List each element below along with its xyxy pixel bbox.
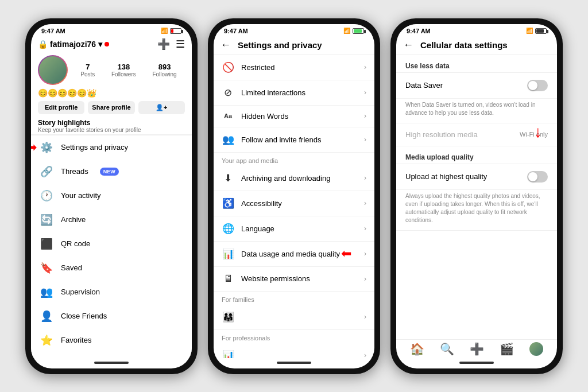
bottom-nav-3: 🏠 🔍 ➕ 🎬 bbox=[396, 339, 557, 358]
hidden-words-label: Hidden Words bbox=[241, 112, 357, 121]
settings-language[interactable]: 🌐 Language › bbox=[214, 216, 374, 242]
reels-nav-icon[interactable]: 🎬 bbox=[500, 342, 514, 356]
chevron-hidden: › bbox=[364, 112, 366, 120]
home-nav-icon[interactable]: 🏠 bbox=[410, 342, 424, 356]
status-bar-3: 9:47 AM 📶 bbox=[396, 24, 557, 36]
add-nav-icon[interactable]: ➕ bbox=[470, 342, 484, 356]
settings-limited[interactable]: ⊘ Limited interactions › bbox=[214, 80, 374, 106]
close-friends-icon: 👤 bbox=[40, 310, 53, 323]
status-bar-2: 9:47 AM 📶 bbox=[214, 24, 374, 36]
menu-saved[interactable]: 🔖 Saved bbox=[31, 256, 192, 280]
settings-list: 🚫 Restricted › ⊘ Limited interactions › … bbox=[214, 55, 374, 358]
status-icons-1: 📶 bbox=[161, 28, 181, 34]
data-usage-label: Data usage and media quality bbox=[241, 250, 357, 258]
media-upload-header: Media upload quality bbox=[396, 146, 557, 164]
supervision-label: Supervision bbox=[61, 288, 100, 296]
settings-follow[interactable]: 👥 Follow and invite friends › bbox=[214, 127, 374, 153]
menu-supervision[interactable]: 👥 Supervision bbox=[31, 280, 192, 304]
search-nav-icon[interactable]: 🔍 bbox=[440, 342, 454, 356]
back-button-3[interactable]: ← bbox=[403, 39, 413, 51]
website-icon: 🖥 bbox=[222, 273, 234, 285]
data-usage-icon: 📊 bbox=[222, 248, 234, 260]
qr-label: QR code bbox=[61, 239, 90, 248]
menu-qr[interactable]: ⬛ QR code bbox=[31, 232, 192, 256]
restricted-label: Restricted bbox=[241, 63, 357, 72]
toggle-knob-upload bbox=[528, 172, 537, 181]
settings-hidden-words[interactable]: Aa Hidden Words › bbox=[214, 106, 374, 127]
settings-account-tools[interactable]: 📊 › bbox=[214, 343, 374, 358]
profile-nav-avatar[interactable] bbox=[529, 342, 543, 356]
posts-label: Posts bbox=[80, 71, 95, 77]
supervision-icon: 👥 bbox=[40, 286, 53, 298]
supervision2-icon: 👨‍👩‍👧 bbox=[222, 311, 234, 323]
add-friend-button[interactable]: 👤+ bbox=[138, 101, 185, 114]
upload-quality-row: Upload at highest quality bbox=[396, 164, 557, 190]
time-3: 9:47 AM bbox=[407, 28, 431, 34]
accessibility-label: Accessibility bbox=[241, 199, 357, 208]
profile-buttons: Edit profile Share profile 👤+ bbox=[31, 99, 192, 117]
menu-settings[interactable]: ➡ ⚙️ Settings and privacy bbox=[31, 135, 192, 160]
settings-archiving[interactable]: ⬇ Archiving and downloading › bbox=[214, 166, 374, 191]
edit-profile-button[interactable]: Edit profile bbox=[38, 101, 84, 114]
battery-icon bbox=[170, 28, 181, 34]
wifi-icon: 📶 bbox=[161, 28, 168, 34]
followers-stat[interactable]: 138 Followers bbox=[111, 63, 136, 77]
limited-icon: ⊘ bbox=[222, 87, 234, 99]
language-label: Language bbox=[241, 224, 357, 233]
story-highlights: Story highlights Keep your favorite stor… bbox=[31, 117, 192, 135]
dropdown-icon[interactable]: ▾ bbox=[98, 40, 102, 49]
settings-header: ← Settings and privacy bbox=[214, 36, 374, 55]
settings-website[interactable]: 🖥 Website permissions › bbox=[214, 267, 374, 292]
section-families: For families bbox=[214, 292, 374, 305]
menu-threads[interactable]: 🔗 Threads NEW bbox=[31, 160, 192, 184]
bottom-bar-2 bbox=[214, 358, 374, 368]
profile-header: 🔒 fatimajozi76 ▾ ➕ ☰ bbox=[31, 36, 192, 53]
story-highlights-sub: Keep your favorite stories on your profi… bbox=[38, 127, 185, 133]
settings-data-usage[interactable]: 📊 Data usage and media quality ⬅ › bbox=[214, 242, 374, 267]
settings-title: Settings and privacy bbox=[238, 40, 322, 50]
settings-restricted[interactable]: 🚫 Restricted › bbox=[214, 55, 374, 80]
followers-count: 138 bbox=[111, 63, 136, 71]
home-indicator-1 bbox=[94, 362, 129, 364]
back-button-2[interactable]: ← bbox=[220, 39, 231, 51]
data-saver-toggle[interactable] bbox=[527, 80, 548, 91]
threads-icon: 🔗 bbox=[40, 165, 53, 178]
red-arrow-down: ↓ bbox=[534, 123, 542, 141]
website-label: Website permissions bbox=[241, 274, 357, 283]
account-tools-icon: 📊 bbox=[222, 350, 234, 358]
battery-3 bbox=[535, 28, 547, 34]
archiving-label: Archiving and downloading bbox=[241, 174, 357, 183]
use-less-data-header: Use less data bbox=[396, 55, 557, 73]
upload-quality-label: Upload at highest quality bbox=[405, 172, 527, 181]
following-stat[interactable]: 893 Following bbox=[152, 63, 176, 77]
time-2: 9:47 AM bbox=[224, 28, 248, 34]
add-icon[interactable]: ➕ bbox=[157, 38, 170, 51]
settings-supervision[interactable]: 👨‍👩‍👧 › bbox=[214, 305, 374, 330]
share-profile-button[interactable]: Share profile bbox=[88, 101, 134, 114]
menu-archive[interactable]: 🔄 Archive bbox=[31, 208, 192, 232]
menu-favorites[interactable]: ⭐ Favorites bbox=[31, 328, 192, 352]
chevron-data: › bbox=[364, 250, 366, 258]
chevron-language: › bbox=[364, 224, 366, 232]
chevron-website: › bbox=[364, 275, 366, 283]
status-icons-2: 📶 bbox=[343, 28, 364, 34]
wifi-icon-3: 📶 bbox=[526, 28, 533, 34]
username: fatimajozi76 bbox=[50, 40, 96, 49]
following-count: 893 bbox=[152, 63, 176, 71]
cellular-content: ↓ Use less data Data Saver When Data Sav… bbox=[396, 55, 557, 339]
menu-icon[interactable]: ☰ bbox=[176, 38, 185, 51]
posts-stat[interactable]: 7 Posts bbox=[80, 63, 95, 77]
activity-icon: 🕐 bbox=[40, 189, 53, 202]
settings-accessibility[interactable]: ♿ Accessibility › bbox=[214, 191, 374, 216]
avatar-image bbox=[39, 56, 67, 84]
phone-2: 9:47 AM 📶 ← Settings and privacy 🚫 Restr… bbox=[208, 18, 380, 374]
menu-activity[interactable]: 🕐 Your activity bbox=[31, 184, 192, 208]
bottom-bar-1 bbox=[31, 358, 192, 368]
notification-dot bbox=[105, 42, 109, 46]
upload-quality-toggle[interactable] bbox=[527, 171, 548, 183]
high-res-label: High resolution media bbox=[405, 130, 520, 139]
bottom-bar-3 bbox=[396, 358, 557, 368]
emoji-row: 😊😊😊😊😊👑 bbox=[31, 87, 192, 99]
hidden-words-icon: Aa bbox=[222, 112, 234, 119]
menu-close-friends[interactable]: 👤 Close Friends bbox=[31, 304, 192, 328]
